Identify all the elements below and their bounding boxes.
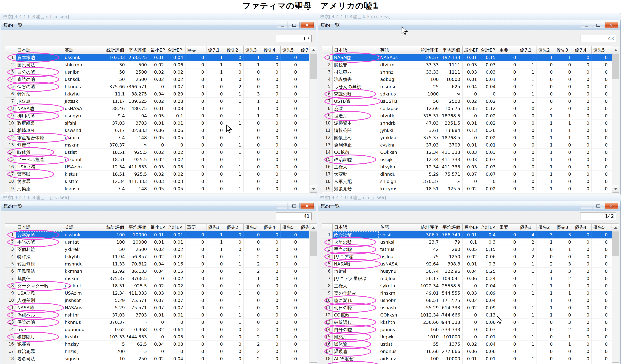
- table-row[interactable]: 7無責任msknn375.3718768.500.02001100: [5, 275, 309, 282]
- table-row[interactable]: 2手当の嘘usntat100100000.010.01010000: [5, 239, 309, 246]
- table-row[interactable]: 18AIDS混ぜaidsmz100100000.010.01010000: [322, 355, 612, 363]
- search-window-titlebar[interactable]: 検索[４４１ＵＳ嘘＿ｓｈｎ.sea]: [0, 13, 317, 20]
- search-window-titlebar[interactable]: 検索[４４１ＵＳ嘘＿ｉｇｋ.sea]: [0, 194, 317, 201]
- result-count-field[interactable]: 67: [276, 35, 311, 42]
- column-header-2[interactable]: 英語: [379, 224, 419, 231]
- table-row[interactable]: 3薬価利益ykkrek5025000.020.02010000: [5, 246, 309, 253]
- table-row[interactable]: 2火星の嘘usnksi23.7790.10.3021000: [322, 239, 612, 246]
- result-count-field[interactable]: 43: [580, 35, 616, 42]
- column-header-4[interactable]: 平均評価: [441, 224, 463, 231]
- column-header-2[interactable]: 英語: [63, 224, 105, 231]
- table-row[interactable]: 19USTB嘘usUSTB5025000.020.02010000: [322, 363, 612, 364]
- table-row[interactable]: 7Jリニア大量破壊mdJlna26.17109.0410.060.2401120…: [322, 275, 612, 282]
- aggregate-window-titlebar[interactable]: 集約一覧 ✕: [1, 201, 316, 211]
- table-row[interactable]: 1NASA嘘NASAus29.57197.1330.010.15011100: [322, 54, 612, 61]
- column-header-4[interactable]: 平均評価: [127, 46, 149, 54]
- vertical-scrollbar[interactable]: [612, 224, 619, 364]
- table-row[interactable]: 13保管の嘘hknnus370.37∞00001000: [5, 319, 309, 326]
- column-header-4[interactable]: 平均評価: [441, 46, 463, 54]
- table-row[interactable]: 4特許法tkkyhh11.9456.8570.020.21001200: [5, 253, 309, 260]
- column-header-3[interactable]: 統計評価: [105, 46, 127, 54]
- table-row[interactable]: 16主権人htsykn12.34411.3330.030.03001000: [322, 163, 612, 171]
- table-row[interactable]: 12国債止めymkksi375.3718768.500.02001100: [322, 134, 612, 141]
- column-header-13[interactable]: 優先: [610, 46, 612, 54]
- scrollbar-track[interactable]: [310, 79, 317, 185]
- column-header-5[interactable]: 最小EP: [463, 46, 479, 54]
- table-row[interactable]: 17政治犯罪hnzisij200∞00000200: [5, 348, 309, 355]
- column-header-13[interactable]: 優先: [610, 224, 612, 231]
- column-header-7[interactable]: 重要: [498, 46, 518, 54]
- table-row[interactable]: 11NASA嘘NASAus5.2975.5710.070.07001000: [5, 304, 309, 311]
- column-header-13[interactable]: 優先: [299, 224, 309, 231]
- table-row[interactable]: 6放射能husynu30.74122.960.040.25011300: [322, 268, 612, 275]
- close-button[interactable]: ✕: [301, 203, 314, 209]
- table-row[interactable]: 19緊張見せkncyms18.51925.50.020.02001000: [322, 185, 612, 192]
- table-row[interactable]: 5変動無視mshndu11.3370.8120.040.16001200: [5, 260, 309, 268]
- column-header-1[interactable]: 日本語: [16, 224, 63, 231]
- column-header-rownum[interactable]: [322, 224, 332, 231]
- minimize-button[interactable]: [277, 203, 288, 209]
- table-row[interactable]: 5らせんの無視msnrsn256250.040.04010000: [322, 83, 612, 90]
- scrollbar-track[interactable]: [310, 256, 317, 362]
- scroll-up-button[interactable]: [612, 47, 619, 54]
- table-row[interactable]: 7USTB嘘usUSTB5025000.020.02010000: [322, 98, 612, 105]
- table-row[interactable]: 18警察罪kisttm12.34411.3330.030.03001000: [5, 178, 309, 185]
- column-header-3[interactable]: 統計評価: [419, 46, 441, 54]
- close-button[interactable]: ✕: [605, 22, 618, 28]
- table-row[interactable]: 5保管の嘘hknnus375.665366.57100.07002000: [5, 83, 309, 90]
- restore-button[interactable]: [289, 22, 300, 28]
- column-header-rownum[interactable]: [322, 46, 332, 54]
- scrollbar-thumb[interactable]: [612, 231, 619, 256]
- column-header-12[interactable]: 優先5: [281, 46, 299, 54]
- column-header-10[interactable]: 優先3: [244, 224, 262, 231]
- table-row[interactable]: 9USA財務USAzim12.34411.3330.030.03001000: [5, 290, 309, 297]
- search-window-titlebar[interactable]: 検索[４４１ＵＳ嘘＿ｓｉｊ.sea]: [317, 194, 621, 201]
- table-row[interactable]: 3司法犯罪shhnzi33.3311110.030.03010000: [322, 69, 612, 76]
- column-header-5[interactable]: 最小EP: [149, 224, 166, 231]
- table-row[interactable]: 19大噴火difnk13.33102.5380.010.13000100: [5, 363, 309, 364]
- table-row[interactable]: 14CO拡散COkksn12.34411.3330.030.03001000: [322, 149, 612, 156]
- column-header-11[interactable]: 優先4: [573, 224, 592, 231]
- column-header-12[interactable]: 優先5: [281, 224, 299, 231]
- table-row[interactable]: 8ダークマター嘘usdkmt18.51925.50.020.02001000: [5, 282, 309, 290]
- column-header-8[interactable]: 優先1: [207, 46, 225, 54]
- table-row[interactable]: 3手当の嘘tatnus422800.050.15020100: [322, 246, 612, 253]
- table-row[interactable]: 6特許法tkkyhu11.138.2750.040.29001300: [5, 90, 309, 98]
- scrollbar-track[interactable]: [612, 79, 619, 185]
- scroll-up-button[interactable]: [612, 224, 619, 231]
- column-header-6[interactable]: 合計EP: [166, 224, 186, 231]
- table-row[interactable]: 15疑惑月tkgwk101010100000.01010100: [322, 333, 612, 341]
- column-header-6[interactable]: 合計EP: [479, 46, 498, 54]
- scrollbar-thumb[interactable]: [310, 54, 317, 79]
- table-row[interactable]: 14嘘体質ustist18.51925.50.020.02001000: [5, 149, 309, 156]
- scroll-down-button[interactable]: [310, 363, 317, 364]
- table-row[interactable]: 18米軍支配shibign370.37∞00001000: [322, 178, 612, 185]
- table-row[interactable]: 13破綻隠しkkshtn236.663944.33300.06010300: [322, 319, 612, 326]
- table-row[interactable]: 15政治家嘘ussijk12.34411.3330.030.03001000: [322, 156, 612, 163]
- scroll-down-button[interactable]: [612, 185, 619, 192]
- table-row[interactable]: 1資本家嘘usshnk103.332583.250.010.04010100: [5, 54, 309, 61]
- table-row[interactable]: 8崩壊collapse12.69105.750.050.12002000: [322, 105, 612, 112]
- table-row[interactable]: 2国民司法shkkmn305000.020.06010100: [5, 61, 309, 69]
- table-row[interactable]: 14自分の嘘jbnnus1605333.33300.03010200: [322, 326, 612, 333]
- column-header-6[interactable]: 合計EP: [166, 46, 186, 54]
- close-button[interactable]: ✕: [301, 22, 314, 28]
- table-row[interactable]: 10嘘に溺れusnobr68.511712.750.020.04011000: [322, 297, 612, 304]
- column-header-rownum[interactable]: [5, 224, 16, 231]
- column-header-12[interactable]: 優先5: [592, 46, 610, 54]
- column-header-13[interactable]: 優先: [299, 46, 309, 54]
- table-row[interactable]: 6査読の嘘sdknus1000∞00010000: [322, 90, 612, 98]
- column-header-7[interactable]: 重要: [186, 46, 207, 54]
- table-row[interactable]: 1資本家嘘usshnk100100000.010.01010000: [5, 231, 309, 239]
- column-header-8[interactable]: 優先1: [518, 224, 537, 231]
- table-row[interactable]: 4査読の嘘usnsdk5025000.020.02010000: [5, 76, 309, 83]
- table-row[interactable]: 17警察嘘kistus18.51925.50.020.02001000: [5, 171, 309, 178]
- table-row[interactable]: 8主権人sykntm1022.3425558.500.04011100: [322, 282, 612, 290]
- table-row[interactable]: 10人種差別jnshsbt5.2975.5710.070.07001000: [5, 297, 309, 304]
- table-row[interactable]: 11柏崎304kswshd6.17102.8330.060.06001000: [5, 127, 309, 134]
- aggregate-window-titlebar[interactable]: 集約一覧 ✕: [318, 20, 621, 30]
- column-header-9[interactable]: 優先2: [225, 46, 244, 54]
- table-row[interactable]: 8NASA嘘usNASA38.46480.750.010.08001100: [5, 105, 309, 112]
- result-count-field[interactable]: 142: [580, 212, 616, 220]
- table-row[interactable]: 16USA財務USAzim12.34411.3330.030.03001000: [5, 163, 309, 171]
